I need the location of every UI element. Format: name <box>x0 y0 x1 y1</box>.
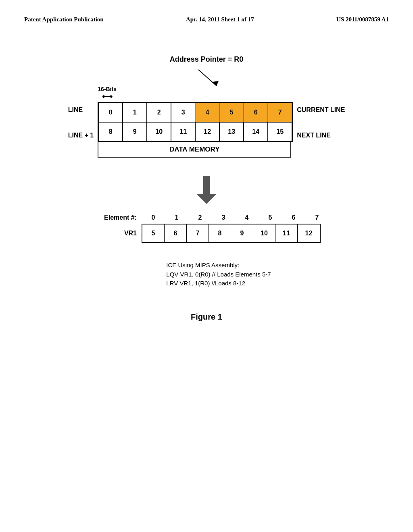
elem-3: 3 <box>212 214 235 221</box>
table-section: LINE LINE + 1 16-Bits ⟷ 0 1 2 3 <box>68 86 345 158</box>
cell-7: 7 <box>268 103 292 122</box>
data-row-1: 0 1 2 3 4 5 6 7 <box>98 103 292 122</box>
data-memory-label: DATA MEMORY <box>98 142 291 158</box>
svg-rect-2 <box>203 176 210 194</box>
cell-3: 3 <box>171 103 195 122</box>
element-label: Element #: <box>96 214 137 221</box>
vr1-label: VR1 <box>96 230 137 237</box>
cell-9: 9 <box>123 122 147 141</box>
svg-line-0 <box>198 70 217 86</box>
vr1-cell-7: 12 <box>298 224 320 242</box>
cell-1: 1 <box>123 103 147 122</box>
cell-8: 8 <box>98 122 123 141</box>
vr1-cell-2: 7 <box>187 224 209 242</box>
data-table: 0 1 2 3 4 5 6 7 8 9 10 11 12 13 1 <box>98 102 293 142</box>
cell-6: 6 <box>244 103 268 122</box>
elem-1: 1 <box>165 214 188 221</box>
elem-2: 2 <box>188 214 212 221</box>
cell-13: 13 <box>219 122 244 141</box>
cell-0: 0 <box>98 103 123 122</box>
vr1-row: VR1 5 6 7 8 9 10 11 12 <box>96 224 321 243</box>
vr1-cell-4: 9 <box>231 224 253 242</box>
vr1-cells: 5 6 7 8 9 10 11 12 <box>142 224 321 243</box>
row2-label: LINE + 1 <box>68 126 94 145</box>
code-section: ICE Using MIPS Assembly: LQV VR1, 0(R0) … <box>166 261 271 288</box>
elem-4: 4 <box>235 214 259 221</box>
vr1-cell-1: 6 <box>165 224 187 242</box>
elem-0: 0 <box>142 214 165 221</box>
element-vr1-section: Element #: 0 1 2 3 4 5 6 7 VR1 5 6 7 8 9… <box>96 214 329 245</box>
row2-right-label: NEXT LINE <box>297 126 345 145</box>
figure-label: Figure 1 <box>191 312 222 322</box>
cell-2: 2 <box>147 103 171 122</box>
cell-5: 5 <box>219 103 244 122</box>
right-labels: CURRENT LINE NEXT LINE <box>297 96 345 148</box>
vr1-cell-0: 5 <box>142 224 165 242</box>
code-line-0: ICE Using MIPS Assembly: <box>166 261 271 270</box>
code-line-1: LQV VR1, 0(R0) // Loads Elements 5-7 <box>166 270 271 279</box>
code-line-2: LRV VR1, 1(R0) //Loads 8-12 <box>166 279 271 288</box>
bits-double-arrow: ⟷ <box>102 92 113 101</box>
down-arrow-section <box>194 174 219 206</box>
address-pointer-section: Address Pointer = R0 <box>134 55 279 90</box>
data-row-2: 8 9 10 11 12 13 14 15 <box>98 122 292 141</box>
vr1-cell-3: 8 <box>209 224 231 242</box>
elem-5: 5 <box>259 214 282 221</box>
data-memory-table-wrapper: 16-Bits ⟷ 0 1 2 3 4 5 6 7 <box>98 86 293 158</box>
header-left: Patent Application Publication <box>24 16 104 23</box>
cell-14: 14 <box>244 122 268 141</box>
bits-label: 16-Bits ⟷ <box>98 86 117 101</box>
elem-6: 6 <box>282 214 305 221</box>
header-middle: Apr. 14, 2011 Sheet 1 of 17 <box>186 16 254 23</box>
row1-right-label: CURRENT LINE <box>297 100 345 120</box>
element-numbers: 0 1 2 3 4 5 6 7 <box>142 214 329 221</box>
svg-marker-3 <box>196 194 217 204</box>
page-header: Patent Application Publication Apr. 14, … <box>0 0 413 23</box>
down-arrow-icon <box>194 174 219 206</box>
cell-15: 15 <box>268 122 292 141</box>
cell-4: 4 <box>195 103 219 122</box>
vr1-cell-6: 11 <box>275 224 298 242</box>
address-arrow-svg <box>158 68 279 90</box>
cell-11: 11 <box>171 122 195 141</box>
element-number-row: Element #: 0 1 2 3 4 5 6 7 <box>96 214 329 221</box>
vr1-cell-5: 10 <box>253 224 275 242</box>
row1-label: LINE <box>68 100 94 120</box>
main-content: Address Pointer = R0 LINE LINE + 1 16-Bi… <box>0 23 413 322</box>
cell-10: 10 <box>147 122 171 141</box>
cell-12: 12 <box>195 122 219 141</box>
header-right: US 2011/0087859 A1 <box>336 16 389 23</box>
elem-7: 7 <box>305 214 329 221</box>
address-pointer-label: Address Pointer = R0 <box>170 55 244 64</box>
left-labels: LINE LINE + 1 <box>68 96 94 148</box>
